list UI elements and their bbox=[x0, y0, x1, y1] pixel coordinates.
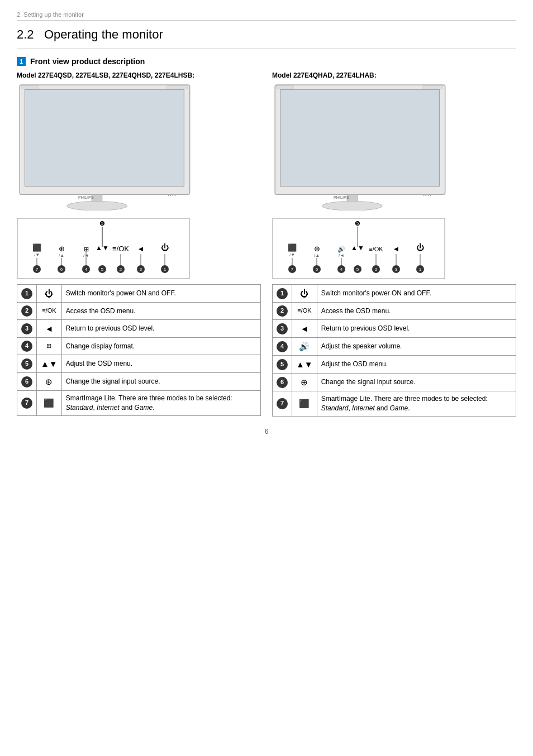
right-monitor-illustration: PHILIPS ▪ ▪ ▪ ▪ bbox=[272, 84, 451, 212]
num-cell: 5 bbox=[17, 355, 37, 373]
svg-text:/◄: /◄ bbox=[339, 253, 344, 258]
desc-cell: Adjust the OSD menu. bbox=[61, 355, 260, 373]
desc-cell: Change display format. bbox=[61, 338, 260, 355]
top-bar: 2. Setting up the monitor bbox=[17, 11, 516, 21]
icon-cell: ≡/OK bbox=[292, 303, 317, 320]
table-row: 6 ⊕ Change the signal input source. bbox=[273, 374, 516, 391]
icon-cell: ▲▼ bbox=[292, 356, 317, 374]
svg-text:▪ ▪ ▪ ▪: ▪ ▪ ▪ ▪ bbox=[168, 193, 175, 197]
desc-cell: Return to previous OSD level. bbox=[317, 320, 516, 338]
svg-text:4: 4 bbox=[340, 267, 343, 272]
table-row: 1 ⏻ Switch monitor's power ON and OFF. bbox=[273, 285, 516, 303]
right-column: Model 227E4QHAD, 227E4LHAB: PHILIPS ▪ ▪ … bbox=[272, 71, 516, 417]
right-model-label: Model 227E4QHAD, 227E4LHAB: bbox=[272, 71, 516, 79]
svg-text:5: 5 bbox=[101, 267, 104, 272]
num-cell: 6 bbox=[17, 373, 37, 391]
left-diagram-svg: ❺ ⬛ /▼ 7 ⊕ /▲ bbox=[17, 218, 190, 279]
right-feature-table: 1 ⏻ Switch monitor's power ON and OFF. 2… bbox=[272, 284, 516, 417]
num-cell: 6 bbox=[273, 374, 292, 391]
icon-cell: ⬛ bbox=[292, 391, 317, 417]
svg-text:❺: ❺ bbox=[99, 220, 105, 227]
svg-text:⏻: ⏻ bbox=[416, 243, 424, 252]
svg-text:7: 7 bbox=[291, 267, 294, 272]
svg-text:6: 6 bbox=[60, 267, 63, 272]
page-number: 6 bbox=[17, 428, 516, 436]
svg-text:7: 7 bbox=[36, 267, 39, 272]
right-monitor-svg: PHILIPS ▪ ▪ ▪ ▪ bbox=[272, 84, 451, 210]
table-row: 1 ⏻ Switch monitor's power ON and OFF. bbox=[17, 285, 261, 303]
num-cell: 2 bbox=[17, 303, 37, 320]
num-cell: 7 bbox=[273, 391, 292, 417]
num-cell: 4 bbox=[273, 338, 292, 356]
svg-text:/▼: /▼ bbox=[34, 252, 40, 257]
svg-rect-7 bbox=[166, 85, 187, 89]
section-divider bbox=[17, 49, 516, 49]
svg-rect-44 bbox=[280, 89, 439, 186]
left-feature-table: 1 ⏻ Switch monitor's power ON and OFF. 2… bbox=[17, 284, 261, 416]
svg-text:◄: ◄ bbox=[393, 245, 400, 253]
section-heading: Operating the monitor bbox=[44, 27, 163, 41]
svg-text:⬛: ⬛ bbox=[288, 243, 297, 252]
desc-cell: Access the OSD menu. bbox=[317, 303, 516, 320]
svg-rect-6 bbox=[21, 85, 38, 89]
header-label: 2. Setting up the monitor bbox=[17, 11, 84, 18]
subsection-text: Front view product description bbox=[30, 57, 145, 66]
num-cell: 2 bbox=[273, 303, 292, 320]
svg-text:6: 6 bbox=[316, 267, 318, 272]
desc-cell: Return to previous OSD level. bbox=[61, 320, 260, 338]
desc-cell: Switch monitor's power ON and OFF. bbox=[317, 285, 516, 303]
icon-cell: ≡/OK bbox=[37, 303, 62, 320]
num-cell: 4 bbox=[17, 338, 37, 355]
desc-cell: Change the signal input source. bbox=[61, 373, 260, 391]
icon-cell: ◄ bbox=[37, 320, 62, 338]
svg-text:◄: ◄ bbox=[137, 245, 145, 253]
table-row: 6 ⊕ Change the signal input source. bbox=[17, 373, 261, 391]
page-container: 2. Setting up the monitor 2.2 Operating … bbox=[0, 0, 533, 447]
table-row: 4 ⊞ Change display format. bbox=[17, 338, 261, 355]
desc-cell: Adjust the speaker volume. bbox=[317, 338, 516, 356]
svg-text:2: 2 bbox=[375, 267, 378, 272]
svg-rect-50 bbox=[422, 85, 442, 89]
svg-text:≡/OK: ≡/OK bbox=[112, 245, 129, 253]
desc-cell: SmartImage Lite. There are three modes t… bbox=[61, 391, 260, 416]
svg-point-3 bbox=[67, 202, 127, 211]
left-button-diagram: ❺ ⬛ /▼ 7 ⊕ /▲ bbox=[17, 218, 261, 281]
num-cell: 7 bbox=[17, 391, 37, 416]
table-row: 2 ≡/OK Access the OSD menu. bbox=[273, 303, 516, 320]
section-number: 2.2 bbox=[17, 27, 34, 41]
icon-cell: ⊞ bbox=[37, 338, 62, 355]
svg-text:/▲: /▲ bbox=[314, 253, 320, 258]
svg-text:≡/OK: ≡/OK bbox=[369, 246, 383, 252]
desc-cell: Switch monitor's power ON and OFF. bbox=[61, 285, 260, 303]
left-monitor-illustration: PHILIPS ▪ ▪ ▪ ▪ bbox=[17, 84, 196, 212]
svg-text:4: 4 bbox=[85, 267, 88, 272]
svg-text:3: 3 bbox=[395, 267, 398, 272]
desc-cell: Change the signal input source. bbox=[317, 374, 516, 391]
svg-text:/▲: /▲ bbox=[59, 253, 64, 258]
icon-cell: ◄ bbox=[292, 320, 317, 338]
two-column-layout: Model 227E4QSD, 227E4LSB, 227E4QHSD, 227… bbox=[17, 71, 516, 417]
left-monitor-svg: PHILIPS ▪ ▪ ▪ ▪ bbox=[17, 84, 196, 210]
svg-rect-49 bbox=[276, 85, 293, 89]
left-column: Model 227E4QSD, 227E4LSB, 227E4QHSD, 227… bbox=[17, 71, 261, 417]
subsection-number: 1 bbox=[17, 57, 26, 66]
icon-cell: ▲▼ bbox=[37, 355, 62, 373]
svg-text:⊕: ⊕ bbox=[314, 245, 320, 253]
svg-rect-1 bbox=[25, 89, 184, 186]
num-cell: 5 bbox=[273, 356, 292, 374]
svg-text:/▼: /▼ bbox=[289, 252, 295, 257]
svg-text:3: 3 bbox=[140, 267, 142, 272]
icon-cell: ⬛ bbox=[37, 391, 62, 416]
svg-text:❺: ❺ bbox=[355, 220, 360, 227]
icon-cell: ⊕ bbox=[37, 373, 62, 391]
icon-cell: ⏻ bbox=[292, 285, 317, 303]
table-row: 3 ◄ Return to previous OSD level. bbox=[273, 320, 516, 338]
subsection-label: 1 Front view product description bbox=[17, 57, 516, 66]
table-row: 2 ≡/OK Access the OSD menu. bbox=[17, 303, 261, 320]
svg-text:PHILIPS: PHILIPS bbox=[78, 195, 94, 200]
svg-text:⬛: ⬛ bbox=[32, 243, 42, 252]
num-cell: 1 bbox=[273, 285, 292, 303]
right-diagram-svg: ❺ ⬛ /▼ 7 ⊕ /▲ 6 🔊 /◄ bbox=[272, 218, 445, 279]
svg-text:▪ ▪ ▪ ▪: ▪ ▪ ▪ ▪ bbox=[423, 193, 431, 197]
table-row: 3 ◄ Return to previous OSD level. bbox=[17, 320, 261, 338]
